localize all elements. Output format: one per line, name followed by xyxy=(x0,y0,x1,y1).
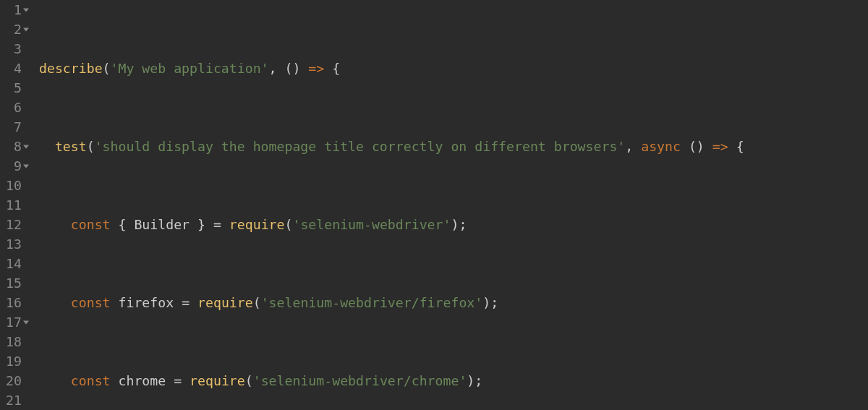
line-number: 16 xyxy=(0,293,30,312)
line-number: 21 xyxy=(0,390,30,410)
code-line: const firefox = require('selenium-webdri… xyxy=(39,293,868,312)
token-punct: () xyxy=(681,137,712,156)
token-punct: ( xyxy=(87,137,95,156)
line-number: 10 xyxy=(0,176,30,195)
token-arrow: => xyxy=(308,59,324,78)
token-punct: ); xyxy=(467,371,482,390)
token-function: test xyxy=(55,137,87,156)
token-punct: ( xyxy=(253,293,261,312)
code-editor[interactable]: 1 2 3 4 5 6 7 8 9 10 11 12 13 14 15 16 1… xyxy=(0,0,868,410)
token-keyword: async xyxy=(641,137,681,156)
line-number: 5 xyxy=(0,78,30,98)
token-punct: ( xyxy=(245,371,253,390)
token-punct: { xyxy=(324,59,340,78)
line-number: 13 xyxy=(0,234,30,254)
token-function: describe xyxy=(39,59,103,78)
line-number-gutter: 1 2 3 4 5 6 7 8 9 10 11 12 13 14 15 16 1… xyxy=(0,0,33,410)
code-line: const chrome = require('selenium-webdriv… xyxy=(39,371,868,390)
token-indent xyxy=(39,371,71,390)
token-punct: = xyxy=(174,371,182,390)
line-number: 19 xyxy=(0,351,30,371)
token-indent xyxy=(39,137,55,156)
token-punct xyxy=(221,215,229,234)
token-punct: ( xyxy=(103,59,111,78)
line-number: 6 xyxy=(0,98,30,117)
line-number: 17 xyxy=(0,312,30,332)
line-number: 8 xyxy=(0,137,30,156)
line-number: 2 xyxy=(0,20,30,39)
token-ident: { Builder } xyxy=(111,215,213,234)
token-punct: ); xyxy=(451,215,467,234)
token-punct: ( xyxy=(284,215,292,234)
code-line: describe('My web application', () => { xyxy=(39,59,868,78)
token-function: require xyxy=(190,371,245,390)
line-number: 7 xyxy=(0,117,30,137)
code-line: const { Builder } = require('selenium-we… xyxy=(39,215,868,234)
token-ident: firefox xyxy=(111,293,182,312)
token-string: 'selenium-webdriver' xyxy=(292,215,451,234)
line-number: 11 xyxy=(0,195,30,215)
line-number: 1 xyxy=(0,0,30,20)
token-punct: = xyxy=(182,293,190,312)
token-punct: , xyxy=(625,137,641,156)
line-number: 3 xyxy=(0,39,30,59)
line-number: 18 xyxy=(0,332,30,351)
token-string: 'should display the homepage title corre… xyxy=(95,137,626,156)
token-function: require xyxy=(229,215,285,234)
token-keyword: const xyxy=(71,293,111,312)
token-string: 'selenium-webdriver/chrome' xyxy=(253,371,467,390)
token-arrow: => xyxy=(712,137,728,156)
code-content[interactable]: describe('My web application', () => { t… xyxy=(33,0,868,410)
token-string: 'selenium-webdriver/firefox' xyxy=(261,293,483,312)
code-line: test('should display the homepage title … xyxy=(39,137,868,156)
line-number: 20 xyxy=(0,371,30,390)
token-ident: chrome xyxy=(111,371,174,390)
line-number: 14 xyxy=(0,254,30,273)
token-punct xyxy=(190,293,197,312)
token-punct: { xyxy=(728,137,744,156)
line-number: 15 xyxy=(0,273,30,293)
token-string: 'My web application' xyxy=(111,59,269,78)
token-punct: = xyxy=(213,215,221,234)
token-indent xyxy=(39,293,71,312)
line-number: 12 xyxy=(0,215,30,234)
token-punct: , () xyxy=(269,59,309,78)
token-indent xyxy=(39,215,71,234)
line-number: 4 xyxy=(0,59,30,78)
token-punct: ); xyxy=(482,293,498,312)
token-punct xyxy=(182,371,190,390)
token-keyword: const xyxy=(71,215,111,234)
token-function: require xyxy=(197,293,253,312)
token-keyword: const xyxy=(71,371,111,390)
line-number: 9 xyxy=(0,156,30,176)
